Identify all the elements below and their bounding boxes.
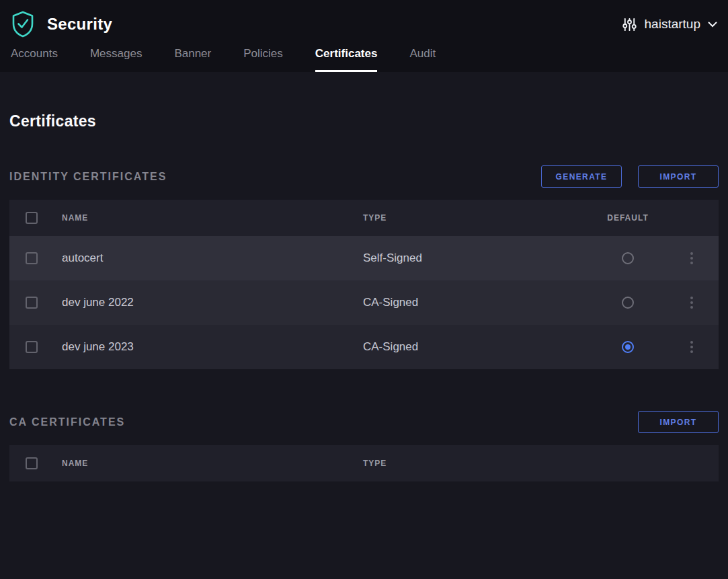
column-header-name: NAME bbox=[62, 213, 363, 223]
row-menu-icon[interactable] bbox=[688, 338, 696, 356]
identity-certificates-section-header: IDENTITY CERTIFICATES GENERATE IMPORT bbox=[9, 165, 719, 188]
app-title: Security bbox=[47, 15, 112, 34]
table-header-row: NAME TYPE bbox=[9, 445, 719, 481]
ca-certificates-actions: IMPORT bbox=[638, 411, 719, 433]
table-row: autocert Self-Signed bbox=[9, 236, 719, 280]
certificates-page: Certificates IDENTITY CERTIFICATES GENER… bbox=[0, 112, 728, 481]
default-radio[interactable] bbox=[622, 341, 634, 353]
default-radio[interactable] bbox=[622, 252, 634, 264]
row-checkbox[interactable] bbox=[26, 297, 38, 309]
account-name: haistartup bbox=[645, 17, 700, 32]
table-row: dev june 2022 CA-Signed bbox=[9, 280, 719, 325]
select-all-checkbox[interactable] bbox=[26, 212, 38, 224]
tab-banner[interactable]: Banner bbox=[174, 47, 211, 72]
certificate-type: Self-Signed bbox=[363, 252, 591, 265]
certificate-name: dev june 2022 bbox=[62, 296, 363, 309]
tab-certificates[interactable]: Certificates bbox=[315, 47, 378, 72]
table-row: dev june 2023 CA-Signed bbox=[9, 325, 719, 369]
column-header-type: TYPE bbox=[363, 213, 591, 223]
identity-certificates-table: NAME TYPE DEFAULT autocert Self-Signed d… bbox=[9, 200, 719, 369]
ca-certificates-heading: CA CERTIFICATES bbox=[9, 416, 125, 428]
identity-certificates-actions: GENERATE IMPORT bbox=[541, 165, 719, 188]
certificate-type: CA-Signed bbox=[363, 296, 591, 309]
column-header-default: DEFAULT bbox=[591, 213, 665, 223]
row-menu-icon[interactable] bbox=[688, 249, 696, 267]
column-header-type: TYPE bbox=[363, 459, 719, 468]
tab-policies[interactable]: Policies bbox=[243, 47, 283, 72]
table-header-row: NAME TYPE DEFAULT bbox=[9, 200, 719, 236]
ca-certificates-section-header: CA CERTIFICATES IMPORT bbox=[9, 411, 719, 433]
security-shield-icon bbox=[11, 11, 35, 38]
tab-bar: Accounts Messages Banner Policies Certif… bbox=[11, 47, 717, 72]
account-switcher[interactable]: haistartup bbox=[622, 17, 717, 32]
chevron-down-icon bbox=[708, 22, 717, 28]
certificate-name: dev june 2023 bbox=[62, 340, 363, 354]
row-checkbox[interactable] bbox=[26, 341, 38, 353]
tab-messages[interactable]: Messages bbox=[90, 47, 142, 72]
tab-audit[interactable]: Audit bbox=[409, 47, 436, 72]
sliders-icon bbox=[622, 17, 637, 32]
import-button[interactable]: IMPORT bbox=[638, 165, 719, 188]
app-header: Security haistartup bbox=[11, 0, 717, 47]
row-checkbox[interactable] bbox=[26, 252, 38, 264]
identity-certificates-heading: IDENTITY CERTIFICATES bbox=[9, 171, 167, 183]
page-title: Certificates bbox=[9, 112, 719, 130]
row-menu-icon[interactable] bbox=[688, 294, 696, 311]
tab-accounts[interactable]: Accounts bbox=[11, 47, 58, 72]
certificate-type: CA-Signed bbox=[363, 340, 591, 354]
certificate-name: autocert bbox=[62, 252, 363, 265]
generate-button[interactable]: GENERATE bbox=[541, 165, 622, 188]
default-radio[interactable] bbox=[622, 297, 634, 309]
ca-certificates-table: NAME TYPE bbox=[9, 445, 719, 481]
column-header-name: NAME bbox=[62, 459, 363, 468]
select-all-checkbox[interactable] bbox=[26, 457, 38, 469]
ca-import-button[interactable]: IMPORT bbox=[638, 411, 719, 433]
app-top-bar: Security haistartup Accounts bbox=[0, 0, 728, 72]
